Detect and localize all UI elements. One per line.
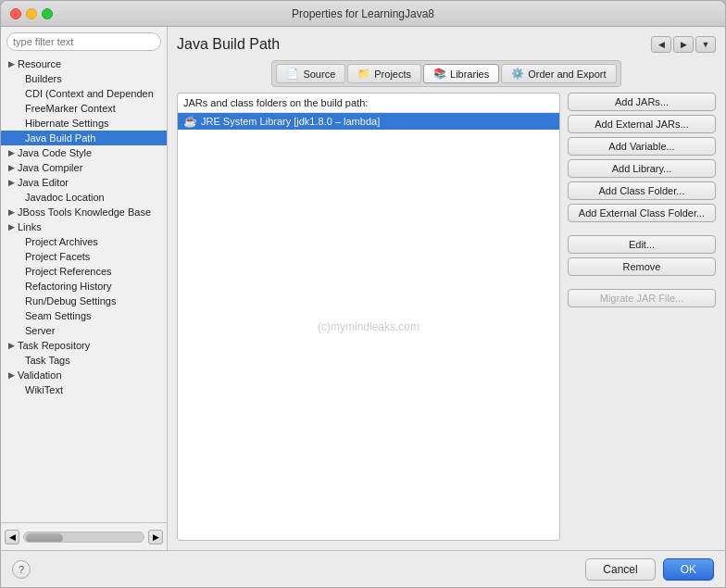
scroll-thumb xyxy=(26,533,63,543)
sidebar-item-label: Run/Debug Settings xyxy=(25,295,116,307)
maximize-button[interactable] xyxy=(42,8,53,19)
window-title: Properties for LearningJava8 xyxy=(292,7,434,20)
tab-source[interactable]: 📄Source xyxy=(276,64,345,83)
migrate-jar-button: Migrate JAR File... xyxy=(568,289,716,307)
bottom-bar: ? Cancel OK xyxy=(1,550,725,587)
sidebar-item-project-facets[interactable]: Project Facets xyxy=(1,249,167,264)
sidebar-item-java-build-path[interactable]: Java Build Path xyxy=(1,131,167,145)
sidebar-item-label: Server xyxy=(25,325,55,336)
sidebar-tree: ▶ResourceBuildersCDI (Context and Depend… xyxy=(1,56,167,522)
sidebar-item-label: Hibernate Settings xyxy=(25,118,109,129)
sidebar: ▶ResourceBuildersCDI (Context and Depend… xyxy=(1,27,168,550)
main-window: Properties for LearningJava8 ▶ResourceBu… xyxy=(0,0,726,588)
add-class-folder-button[interactable]: Add Class Folder... xyxy=(568,181,716,200)
sidebar-item-java-compiler[interactable]: ▶Java Compiler xyxy=(1,160,167,175)
sidebar-item-run-debug[interactable]: Run/Debug Settings xyxy=(1,294,167,308)
sidebar-item-task-repository[interactable]: ▶Task Repository xyxy=(1,338,167,353)
add-variable-button[interactable]: Add Variable... xyxy=(568,137,716,156)
sidebar-item-refactoring[interactable]: Refactoring History xyxy=(1,279,167,294)
buttons-col: Add JARs...Add External JARs...Add Varia… xyxy=(568,93,716,541)
sidebar-item-label: CDI (Context and Dependen xyxy=(25,88,154,99)
list-item-jre-system-library[interactable]: ☕JRE System Library [jdk1.8.0 – lambda] xyxy=(178,113,559,130)
edit-button[interactable]: Edit... xyxy=(568,235,716,254)
sidebar-item-freemarker[interactable]: FreeMarker Context xyxy=(1,101,167,116)
tab-label: Order and Export xyxy=(528,69,606,80)
sidebar-item-wikitext[interactable]: WikiText xyxy=(1,382,167,397)
scroll-right-btn[interactable]: ▶ xyxy=(148,530,163,544)
sidebar-item-label: Resource xyxy=(18,58,61,69)
expand-icon: ▶ xyxy=(8,222,16,231)
tab-label: Libraries xyxy=(450,69,489,80)
sidebar-item-seam[interactable]: Seam Settings xyxy=(1,308,167,323)
sidebar-item-java-editor[interactable]: ▶Java Editor xyxy=(1,175,167,190)
sidebar-item-javadoc[interactable]: Javadoc Location xyxy=(1,190,167,205)
tab-label: Source xyxy=(303,69,335,80)
expand-icon: ▶ xyxy=(8,341,16,350)
add-external-jars-button[interactable]: Add External JARs... xyxy=(568,115,716,133)
watermark: (c)mymindleaks.com xyxy=(318,320,419,333)
tab-libraries[interactable]: 📚Libraries xyxy=(423,64,499,83)
ok-button[interactable]: OK xyxy=(663,558,714,581)
title-bar: Properties for LearningJava8 xyxy=(1,1,725,27)
main-panel: Java Build Path ◀ ▶ ▼ 📄Source📁Projects📚L… xyxy=(168,27,725,550)
sidebar-item-validation[interactable]: ▶Validation xyxy=(1,368,167,382)
libraries-tab-icon: 📚 xyxy=(433,68,446,80)
minimize-button[interactable] xyxy=(26,8,37,19)
filter-input[interactable] xyxy=(6,32,161,51)
sidebar-item-label: FreeMarker Context xyxy=(25,103,116,114)
scroll-left-btn[interactable]: ◀ xyxy=(5,530,19,544)
list-label: JARs and class folders on the build path… xyxy=(178,94,559,113)
sidebar-item-links[interactable]: ▶Links xyxy=(1,219,167,234)
list-area[interactable]: ☕JRE System Library [jdk1.8.0 – lambda](… xyxy=(178,113,559,540)
expand-icon: ▶ xyxy=(8,207,16,217)
projects-tab-icon: 📁 xyxy=(357,68,370,80)
help-button[interactable]: ? xyxy=(12,560,31,579)
sidebar-item-hibernate[interactable]: Hibernate Settings xyxy=(1,116,167,131)
sidebar-item-label: Refactoring History xyxy=(25,281,112,292)
tabs-row: 📄Source📁Projects📚Libraries⚙️Order and Ex… xyxy=(271,60,620,87)
sidebar-item-label: Builders xyxy=(25,73,62,84)
sidebar-item-label: Java Build Path xyxy=(25,132,95,144)
sidebar-item-label: Project Facets xyxy=(25,251,90,262)
add-jars-button[interactable]: Add JARs... xyxy=(568,93,716,111)
tab-order-export[interactable]: ⚙️Order and Export xyxy=(501,64,616,83)
add-library-button[interactable]: Add Library... xyxy=(568,159,716,178)
sidebar-item-label: JBoss Tools Knowledge Base xyxy=(18,206,151,218)
main-panel-title: Java Build Path xyxy=(177,36,280,53)
sidebar-item-jboss[interactable]: ▶JBoss Tools Knowledge Base xyxy=(1,205,167,219)
nav-forward-btn[interactable]: ▶ xyxy=(673,36,694,53)
add-external-class-folder-button[interactable]: Add External Class Folder... xyxy=(568,204,716,222)
close-button[interactable] xyxy=(10,8,21,19)
sidebar-item-builders[interactable]: Builders xyxy=(1,71,167,86)
sidebar-item-resource[interactable]: ▶Resource xyxy=(1,56,167,71)
nav-back-btn[interactable]: ◀ xyxy=(651,36,671,53)
list-container: JARs and class folders on the build path… xyxy=(177,93,560,541)
sidebar-item-server[interactable]: Server xyxy=(1,323,167,338)
main-title-row: Java Build Path ◀ ▶ ▼ xyxy=(177,36,716,53)
remove-button[interactable]: Remove xyxy=(568,257,716,276)
sidebar-item-label: WikiText xyxy=(25,384,63,395)
panel-body: JARs and class folders on the build path… xyxy=(177,93,716,541)
sidebar-item-task-tags[interactable]: Task Tags xyxy=(1,353,167,368)
sidebar-item-label: Java Code Style xyxy=(18,147,92,158)
traffic-lights xyxy=(10,8,53,19)
sidebar-bottom: ◀ ▶ xyxy=(1,522,167,550)
scroll-bar[interactable] xyxy=(23,532,144,543)
tab-projects[interactable]: 📁Projects xyxy=(347,64,421,83)
sidebar-item-label: Validation xyxy=(18,369,62,381)
tab-label: Projects xyxy=(374,69,411,80)
expand-icon: ▶ xyxy=(8,370,16,380)
sidebar-item-cdi[interactable]: CDI (Context and Dependen xyxy=(1,86,167,101)
sidebar-item-java-code-style[interactable]: ▶Java Code Style xyxy=(1,145,167,160)
sidebar-item-project-references[interactable]: Project References xyxy=(1,264,167,279)
sidebar-item-label: Project References xyxy=(25,266,112,277)
cancel-button[interactable]: Cancel xyxy=(585,558,655,581)
expand-icon: ▶ xyxy=(8,178,16,187)
nav-menu-btn[interactable]: ▼ xyxy=(695,36,716,53)
expand-icon: ▶ xyxy=(8,148,16,157)
expand-icon: ▶ xyxy=(8,59,16,69)
button-spacer xyxy=(568,226,716,231)
sidebar-item-label: Task Tags xyxy=(25,355,70,366)
sidebar-item-project-archives[interactable]: Project Archives xyxy=(1,234,167,249)
sidebar-item-label: Javadoc Location xyxy=(25,192,105,203)
